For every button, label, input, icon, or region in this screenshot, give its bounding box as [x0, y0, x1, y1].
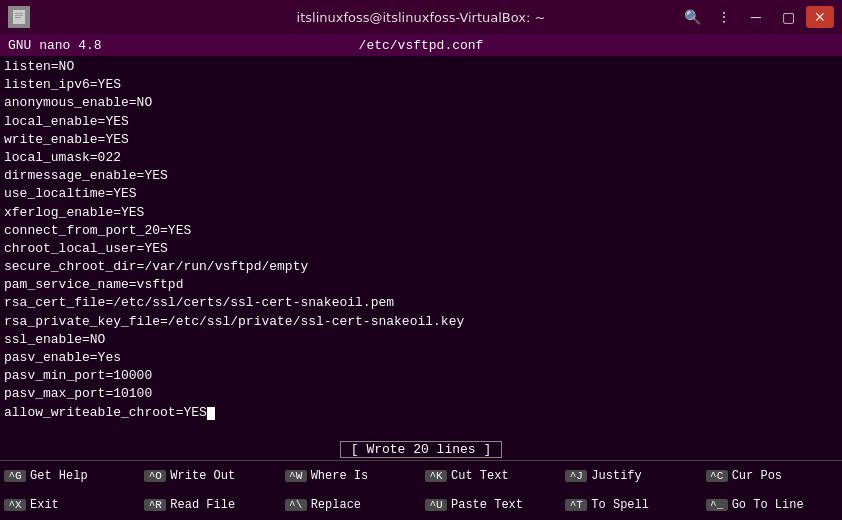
editor-line: rsa_private_key_file=/etc/ssl/private/ss… [4, 313, 838, 331]
editor-line: listen_ipv6=YES [4, 76, 838, 94]
shortcut-key: ^C [706, 470, 728, 482]
shortcut-item[interactable]: ^RRead File [140, 491, 280, 521]
search-button[interactable]: 🔍 [678, 6, 706, 28]
nano-topbar: GNU nano 4.8 /etc/vsftpd.conf [0, 34, 842, 56]
editor-line: xferlog_enable=YES [4, 204, 838, 222]
svg-rect-2 [15, 15, 23, 16]
shortcut-item[interactable]: ^WWhere Is [281, 461, 421, 491]
editor-line: local_enable=YES [4, 113, 838, 131]
editor-line: allow_writeable_chroot=YES [4, 404, 838, 422]
title-bar-controls: 🔍 ⋮ ─ ▢ ✕ [628, 6, 835, 28]
shortcut-item[interactable]: ^OWrite Out [140, 461, 280, 491]
svg-rect-3 [15, 17, 21, 18]
shortcut-label: Cut Text [451, 469, 509, 483]
svg-rect-1 [15, 13, 23, 14]
shortcut-label: Get Help [30, 469, 88, 483]
shortcut-item[interactable]: ^TTo Spell [561, 491, 701, 521]
editor-line: listen=NO [4, 58, 838, 76]
shortcut-label: Cur Pos [732, 469, 782, 483]
editor-line: connect_from_port_20=YES [4, 222, 838, 240]
shortcut-label: Go To Line [732, 498, 804, 512]
shortcut-label: Justify [591, 469, 641, 483]
nano-filename: /etc/vsftpd.conf [359, 38, 484, 53]
status-message: [ Wrote 20 lines ] [340, 441, 502, 458]
minimize-button[interactable]: ─ [742, 6, 770, 28]
shortcut-label: Read File [170, 498, 235, 512]
shortcut-key: ^T [565, 499, 587, 511]
shortcut-key: ^\ [285, 499, 307, 511]
editor-line: pam_service_name=vsftpd [4, 276, 838, 294]
editor-line: rsa_cert_file=/etc/ssl/certs/ssl-cert-sn… [4, 294, 838, 312]
shortcut-key: ^U [425, 499, 447, 511]
shortcut-item[interactable]: ^UPaste Text [421, 491, 561, 521]
shortcut-key: ^R [144, 499, 166, 511]
editor-line: use_localtime=YES [4, 185, 838, 203]
shortcut-label: Write Out [170, 469, 235, 483]
shortcut-key: ^W [285, 470, 307, 482]
shortcut-label: Where Is [311, 469, 369, 483]
menu-button[interactable]: ⋮ [710, 6, 738, 28]
shortcut-label: Exit [30, 498, 59, 512]
editor-line: anonymous_enable=NO [4, 94, 838, 112]
shortcut-item[interactable]: ^_Go To Line [702, 491, 842, 521]
editor-line: write_enable=YES [4, 131, 838, 149]
shortcut-key: ^X [4, 499, 26, 511]
shortcut-key: ^O [144, 470, 166, 482]
editor-area[interactable]: listen=NOlisten_ipv6=YESanonymous_enable… [0, 56, 842, 438]
shortcut-key: ^K [425, 470, 447, 482]
status-area: [ Wrote 20 lines ] [0, 438, 842, 460]
shortcut-key: ^G [4, 470, 26, 482]
shortcut-item[interactable]: ^GGet Help [0, 461, 140, 491]
editor-line: pasv_min_port=10000 [4, 367, 838, 385]
editor-line: pasv_enable=Yes [4, 349, 838, 367]
shortcut-key: ^_ [706, 499, 728, 511]
shortcut-item[interactable]: ^\Replace [281, 491, 421, 521]
window-title: itslinuxfoss@itslinuxfoss-VirtualBox: ~ [215, 10, 628, 25]
editor-line: secure_chroot_dir=/var/run/vsftpd/empty [4, 258, 838, 276]
shortcut-item[interactable]: ^XExit [0, 491, 140, 521]
shortcut-key: ^J [565, 470, 587, 482]
shortcut-item[interactable]: ^JJustify [561, 461, 701, 491]
editor-line: dirmessage_enable=YES [4, 167, 838, 185]
editor-line: chroot_local_user=YES [4, 240, 838, 258]
shortcut-label: Replace [311, 498, 361, 512]
shortcut-item[interactable]: ^KCut Text [421, 461, 561, 491]
nano-version: GNU nano 4.8 [8, 38, 102, 53]
editor-line: ssl_enable=NO [4, 331, 838, 349]
close-button[interactable]: ✕ [806, 6, 834, 28]
editor-line: pasv_max_port=10100 [4, 385, 838, 403]
bottom-bar: ^GGet Help^OWrite Out^WWhere Is^KCut Tex… [0, 460, 842, 520]
shortcut-label: To Spell [591, 498, 649, 512]
shortcut-item[interactable]: ^CCur Pos [702, 461, 842, 491]
editor-line: local_umask=022 [4, 149, 838, 167]
shortcut-label: Paste Text [451, 498, 523, 512]
app-icon [8, 6, 30, 28]
title-bar: itslinuxfoss@itslinuxfoss-VirtualBox: ~ … [0, 0, 842, 34]
title-bar-left [8, 6, 215, 28]
maximize-button[interactable]: ▢ [774, 6, 802, 28]
